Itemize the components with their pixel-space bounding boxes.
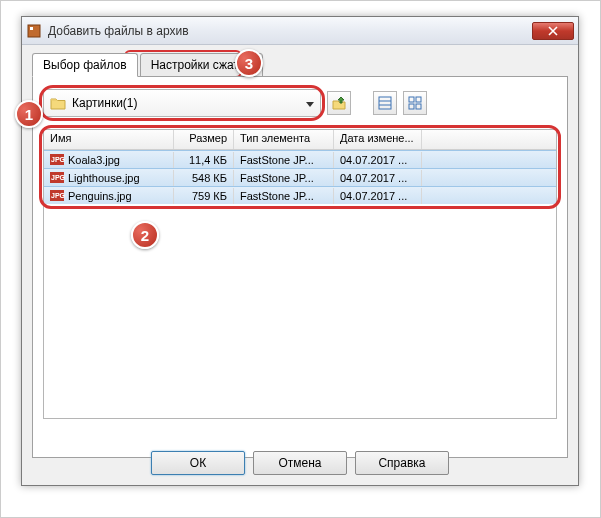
chevron-down-icon <box>306 96 314 110</box>
svg-rect-6 <box>416 97 421 102</box>
svg-rect-1 <box>30 27 33 30</box>
svg-rect-8 <box>416 104 421 109</box>
content-area: Выбор файлов Настройки сжатия <box>22 45 578 466</box>
dialog-button-row: ОК Отмена Справка <box>22 451 578 475</box>
file-date: 04.07.2017 ... <box>334 188 422 204</box>
file-date: 04.07.2017 ... <box>334 170 422 186</box>
window-title: Добавить файлы в архив <box>48 24 532 38</box>
tile-view-icon <box>408 96 422 110</box>
annotation-marker-3: 3 <box>235 49 263 77</box>
table-row[interactable]: JPGLighthouse.jpg 548 КБ FastStone JP...… <box>44 168 556 186</box>
jpg-file-icon: JPG <box>50 154 64 165</box>
folder-selector[interactable]: Картинки(1) <box>43 89 321 117</box>
file-name: Koala3.jpg <box>68 154 120 166</box>
svg-rect-7 <box>409 104 414 109</box>
view-list-button[interactable] <box>373 91 397 115</box>
annotation-marker-2: 2 <box>131 221 159 249</box>
table-row[interactable]: JPGKoala3.jpg 11,4 КБ FastStone JP... 04… <box>44 150 556 168</box>
tab-bar: Выбор файлов Настройки сжатия <box>32 53 568 77</box>
svg-rect-5 <box>409 97 414 102</box>
file-type: FastStone JP... <box>234 188 334 204</box>
folder-up-button[interactable] <box>327 91 351 115</box>
file-list-header: Имя Размер Тип элемента Дата измене... <box>44 130 556 150</box>
help-button[interactable]: Справка <box>355 451 449 475</box>
jpg-file-icon: JPG <box>50 172 64 183</box>
file-name: Penguins.jpg <box>68 190 132 202</box>
svg-rect-0 <box>28 25 40 37</box>
cancel-button[interactable]: Отмена <box>253 451 347 475</box>
folder-up-icon <box>331 95 347 111</box>
tab-files[interactable]: Выбор файлов <box>32 53 138 77</box>
column-date[interactable]: Дата измене... <box>334 130 422 149</box>
close-button[interactable] <box>532 22 574 40</box>
file-size: 759 КБ <box>174 188 234 204</box>
list-view-icon <box>378 96 392 110</box>
folder-toolbar: Картинки(1) <box>43 89 557 117</box>
file-list[interactable]: Имя Размер Тип элемента Дата измене... J… <box>43 129 557 419</box>
file-size: 11,4 КБ <box>174 152 234 168</box>
view-tiles-button[interactable] <box>403 91 427 115</box>
titlebar: Добавить файлы в архив <box>22 17 578 45</box>
dialog-window: Добавить файлы в архив Выбор файлов Наст… <box>21 16 579 486</box>
annotation-marker-1: 1 <box>15 100 43 128</box>
table-row[interactable]: JPGPenguins.jpg 759 КБ FastStone JP... 0… <box>44 186 556 204</box>
tab-panel: Картинки(1) <box>32 76 568 458</box>
file-size: 548 КБ <box>174 170 234 186</box>
folder-name: Картинки(1) <box>72 96 138 110</box>
svg-rect-2 <box>379 97 391 109</box>
column-name[interactable]: Имя <box>44 130 174 149</box>
jpg-file-icon: JPG <box>50 190 64 201</box>
file-date: 04.07.2017 ... <box>334 152 422 168</box>
file-name: Lighthouse.jpg <box>68 172 140 184</box>
folder-icon <box>50 96 66 110</box>
close-icon <box>548 26 558 36</box>
file-type: FastStone JP... <box>234 170 334 186</box>
app-icon <box>26 23 42 39</box>
ok-button[interactable]: ОК <box>151 451 245 475</box>
column-type[interactable]: Тип элемента <box>234 130 334 149</box>
file-type: FastStone JP... <box>234 152 334 168</box>
column-size[interactable]: Размер <box>174 130 234 149</box>
